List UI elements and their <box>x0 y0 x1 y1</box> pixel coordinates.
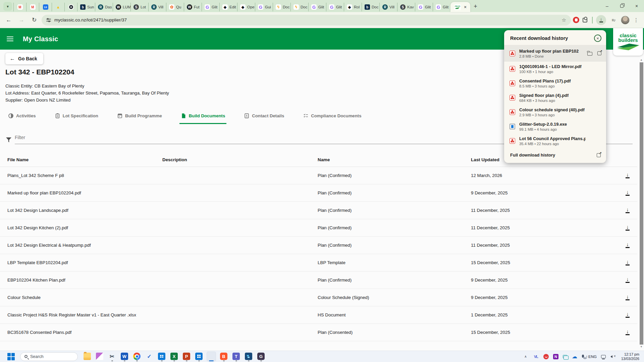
browser-tab[interactable]: b Doc <box>362 3 379 11</box>
tab-activities[interactable]: Activities <box>7 109 37 124</box>
tray-icon[interactable]: ☁ <box>572 354 578 360</box>
download-item-name[interactable]: Signed floor plan (4).pdf <box>519 93 569 98</box>
new-tab-button[interactable]: + <box>474 3 477 10</box>
browser-tab[interactable]: W LUM <box>113 3 130 11</box>
download-item[interactable]: Signed floor plan (4).pdf 684 KB • 3 hou… <box>504 90 606 105</box>
downloads-button[interactable]: ↓ <box>596 15 606 25</box>
adblock-extension-icon[interactable] <box>573 17 579 23</box>
scroll-down-arrow[interactable]: ▼ <box>640 345 643 349</box>
tab-close-icon[interactable]: × <box>464 4 467 10</box>
url-text[interactable]: myclassic.co.nz/lot/2471/supplier/37 <box>54 17 127 22</box>
maximize-button[interactable] <box>614 3 629 9</box>
download-file-icon[interactable]: ↓ <box>626 260 630 265</box>
taskbar-app[interactable]: P <box>182 352 191 361</box>
tray-icon[interactable] <box>563 355 567 358</box>
download-file-icon[interactable]: ↓ <box>626 207 630 213</box>
download-item-name[interactable]: Colour schedule signed (40).pdf <box>519 107 585 112</box>
language-indicator[interactable]: ENG <box>588 355 597 359</box>
browser-tab[interactable]: R Vill <box>148 3 166 11</box>
pinned-tab[interactable]: ▲ <box>52 3 64 11</box>
download-file-icon[interactable]: ↓ <box>626 329 630 335</box>
download-file-icon[interactable]: ↓ <box>626 242 630 248</box>
taskbar-app[interactable] <box>157 352 166 361</box>
minimize-button[interactable]: – <box>600 3 614 9</box>
pinned-tab[interactable]: M <box>26 3 39 11</box>
download-item[interactable]: Colour schedule signed (40).pdf 2.9 MB •… <box>504 105 606 119</box>
browser-tab[interactable]: G Glit <box>433 3 450 11</box>
taskbar-app[interactable]: X <box>169 352 179 361</box>
full-download-history-link[interactable]: Full download history <box>510 153 555 158</box>
tab-contact-details[interactable]: Contact Details <box>243 109 285 124</box>
media-controls-icon[interactable]: ≡♪ <box>608 15 619 25</box>
download-file-icon[interactable]: ↓ <box>626 225 630 230</box>
taskbar-app[interactable] <box>132 352 142 361</box>
tray-icon[interactable]: VL <box>533 354 539 360</box>
download-item[interactable]: Marked up floor plan EBP102 2.8 MB • Don… <box>504 45 606 62</box>
browser-tab[interactable]: G Glit <box>326 3 344 11</box>
browser-tab[interactable]: G Glit <box>415 3 433 11</box>
browser-tab[interactable]: ◆ Edit <box>219 3 237 11</box>
volume-muted-icon[interactable] <box>610 354 616 359</box>
taskbar-app[interactable]: ✓ <box>145 352 154 360</box>
scroll-up-arrow[interactable]: ▲ <box>640 58 643 62</box>
browser-tab[interactable]: W Fut <box>184 3 202 11</box>
taskbar-app[interactable] <box>83 352 92 360</box>
bookmark-star-icon[interactable]: ☆ <box>562 17 566 23</box>
download-item-name[interactable]: Consented Plans (17).pdf <box>519 78 571 83</box>
taskbar-app[interactable] <box>244 352 253 361</box>
browser-menu-icon[interactable]: ⋮ <box>632 17 641 23</box>
close-window-button[interactable]: × <box>629 3 644 9</box>
browser-tab[interactable]: R Das <box>95 3 113 11</box>
tab-search-button[interactable]: ▾ <box>3 2 12 11</box>
open-history-icon[interactable] <box>597 153 601 157</box>
hamburger-menu-icon[interactable] <box>7 37 13 41</box>
tab-lot-specification[interactable]: Lot Specification <box>53 109 100 124</box>
download-item[interactable]: Lot 56 Council Approved Plans.pdf 35.4 M… <box>504 134 606 148</box>
tab-compliance-documents[interactable]: Compliance Documents <box>302 109 363 124</box>
taskbar-clock[interactable]: 12:17 pm 13/03/2026 <box>621 352 639 361</box>
pinned-tab[interactable]: 13 <box>39 3 52 11</box>
tray-icon[interactable] <box>582 355 584 358</box>
extensions-icon[interactable] <box>583 18 587 22</box>
page-scrollbar[interactable]: ▲ ▼ <box>639 58 643 349</box>
browser-tab[interactable]: ◆ Ope <box>237 3 255 11</box>
network-icon[interactable] <box>601 355 606 358</box>
go-back-button[interactable]: ← Go Back <box>5 53 43 64</box>
address-bar[interactable]: myclassic.co.nz/lot/2471/supplier/37 ☆ <box>42 15 571 25</box>
forward-button[interactable]: → <box>16 15 27 25</box>
download-file-icon[interactable]: ↓ <box>626 312 630 317</box>
browser-tab[interactable]: G Glit <box>202 3 219 11</box>
taskbar-app[interactable]: W <box>120 352 129 361</box>
download-item[interactable]: 1Q00109146-1 - LED Mirror.pdf 100 KB • 1… <box>504 62 606 76</box>
taskbar-app[interactable] <box>207 352 216 361</box>
download-item[interactable]: Consented Plans (17).pdf 8.5 MB • 3 hour… <box>504 76 606 90</box>
site-info-icon[interactable] <box>46 18 51 22</box>
browser-tab[interactable]: R Vill <box>379 3 397 11</box>
browser-tab[interactable]: G Glit <box>308 3 326 11</box>
open-file-icon[interactable] <box>597 51 601 55</box>
taskbar-app[interactable]: ✂ <box>107 352 117 361</box>
taskbar-search[interactable]: Search <box>20 352 78 361</box>
tray-icon[interactable]: N <box>553 354 558 359</box>
download-file-icon[interactable]: ↓ <box>626 295 630 300</box>
browser-tab[interactable]: b Sun <box>77 3 95 11</box>
close-downloads-icon[interactable]: × <box>594 35 601 42</box>
pinned-tab[interactable] <box>64 3 77 11</box>
browser-tab[interactable]: S Lot <box>130 3 148 11</box>
download-file-icon[interactable]: ↓ <box>626 277 630 283</box>
tray-icon[interactable]: ∧ <box>523 354 529 360</box>
reload-button[interactable]: ↻ <box>29 15 40 25</box>
start-button[interactable] <box>7 352 15 361</box>
download-file-icon[interactable]: ↓ <box>626 190 630 195</box>
browser-tab[interactable]: S Kav <box>397 3 415 11</box>
profile-avatar[interactable] <box>621 16 630 24</box>
taskbar-app[interactable]: G <box>256 352 266 361</box>
download-file-icon[interactable]: ↓ <box>626 173 630 178</box>
taskbar-app[interactable] <box>194 352 204 361</box>
pinned-tab[interactable]: M <box>13 3 26 11</box>
browser-tab[interactable]: ϟ Doc <box>290 3 308 11</box>
scrollbar-thumb[interactable] <box>640 62 643 345</box>
taskbar-app[interactable] <box>95 352 104 360</box>
back-button[interactable]: ← <box>3 15 14 25</box>
taskbar-app[interactable]: B <box>219 352 228 361</box>
